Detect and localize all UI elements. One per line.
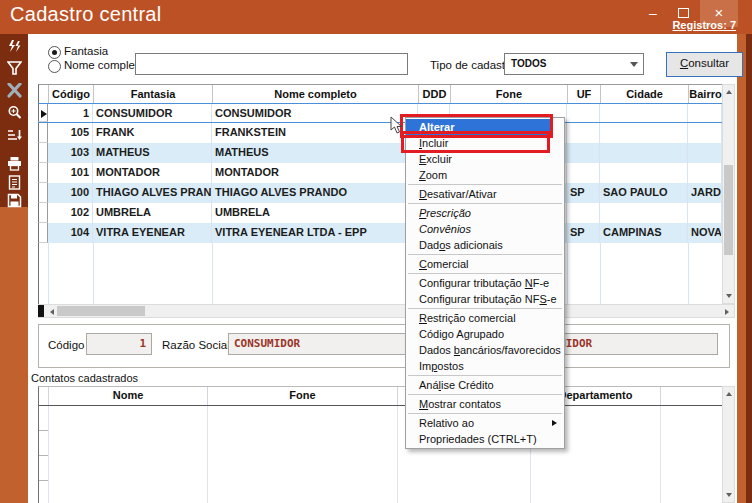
radio-nome-completo-label[interactable]: Nome completo [64, 59, 145, 71]
radio-nome-completo[interactable] [48, 60, 61, 73]
cell-fantasia[interactable]: MATHEUS [93, 143, 212, 163]
table-row[interactable]: 101MONTADORMONTADOR [38, 163, 722, 183]
grid-col-header-uf[interactable]: UF [568, 85, 601, 104]
cell-codigo[interactable]: 101 [48, 163, 93, 183]
cell-uf[interactable] [567, 163, 600, 183]
cell-cidade[interactable] [600, 163, 688, 183]
cell-nome[interactable]: FRANKSTEIN [212, 123, 418, 143]
menu-item-zoom[interactable]: Zoom [406, 167, 564, 183]
cell-uf[interactable] [567, 123, 600, 143]
row-header-cell[interactable] [38, 223, 48, 243]
menu-item-restri-o-comercial[interactable]: Restrição comercial [406, 310, 564, 326]
cell-fantasia[interactable]: VITRA EYENEAR [93, 223, 212, 243]
refresh-icon[interactable] [5, 38, 23, 55]
scroll-right-icon[interactable] [721, 306, 732, 318]
row-header-cell[interactable] [38, 163, 48, 183]
save-icon[interactable] [5, 192, 23, 209]
contacts-col-header-0[interactable] [39, 387, 49, 405]
cell-codigo[interactable]: 102 [48, 203, 93, 223]
cell-nome[interactable]: UMBRELA [212, 203, 418, 223]
row-header-cell[interactable] [38, 183, 48, 203]
menu-item-dados-adicionais[interactable]: Dados adicionais [406, 237, 564, 253]
zoom-icon[interactable] [5, 104, 23, 121]
radio-fantasia[interactable] [48, 46, 61, 59]
cell-codigo[interactable]: 103 [48, 143, 93, 163]
cell-cidade[interactable] [600, 104, 688, 122]
menu-item-comercial[interactable]: Comercial [406, 256, 564, 272]
row-header-cell[interactable] [38, 104, 48, 122]
grid-vertical-scrollbar[interactable] [722, 84, 735, 304]
table-row[interactable]: 100THIAGO ALVES PRANDOTHIAGO ALVES PRAND… [38, 183, 722, 203]
report-icon[interactable] [5, 174, 23, 191]
contacts-col-header-nome[interactable]: Nome [49, 387, 208, 405]
cell-bairro[interactable] [688, 163, 722, 183]
table-row[interactable]: 103MATHEUSMATHEUS [38, 143, 722, 163]
grid-col-header-nome[interactable]: Nome completo [213, 85, 419, 104]
cell-codigo[interactable]: 104 [48, 223, 93, 243]
registros-link[interactable]: Registros: 7 [672, 19, 736, 31]
cell-uf[interactable] [567, 104, 600, 122]
menu-item-c-digo-agrupado[interactable]: Código Agrupado [406, 326, 564, 342]
scroll-down-icon[interactable] [723, 489, 734, 501]
cell-nome[interactable]: THIAGO ALVES PRANDO [212, 183, 418, 203]
cell-bairro[interactable] [688, 203, 722, 223]
search-input[interactable] [135, 53, 408, 75]
cell-cidade[interactable] [600, 123, 688, 143]
cell-uf[interactable] [567, 143, 600, 163]
scroll-up-icon[interactable] [723, 86, 734, 98]
menu-item-configurar-tributa-o-nf-e[interactable]: Configurar tributação NF-e [406, 275, 564, 291]
cell-uf[interactable]: SP [567, 183, 600, 203]
scroll-down-icon[interactable] [723, 290, 734, 302]
consultar-button[interactable]: Consultar [666, 52, 743, 77]
grid-hscroll-thumb[interactable] [57, 306, 145, 316]
cell-codigo[interactable]: 100 [48, 183, 93, 203]
scroll-up-icon[interactable] [723, 388, 734, 400]
cell-uf[interactable]: SP [567, 223, 600, 243]
chevron-down-icon[interactable] [630, 62, 638, 67]
cell-cidade[interactable]: CAMPINAS [600, 223, 688, 243]
menu-item-dados-banc-rios-favorecidos[interactable]: Dados bancários/favorecidos [406, 342, 564, 358]
radio-fantasia-label[interactable]: Fantasia [64, 45, 108, 57]
cell-bairro[interactable] [688, 123, 722, 143]
grid-col-header-fone[interactable]: Fone [451, 85, 568, 104]
clear-icon[interactable] [5, 82, 23, 99]
cell-codigo[interactable]: 1 [48, 104, 93, 122]
table-row[interactable]: 102UMBRELAUMBRELA [38, 203, 722, 223]
cell-fantasia[interactable]: CONSUMIDOR [93, 104, 212, 122]
cell-bairro[interactable] [688, 104, 722, 122]
table-row[interactable]: 1CONSUMIDORCONSUMIDOR [38, 103, 722, 123]
contacts-col-header-5[interactable] [661, 387, 723, 405]
cell-nome[interactable]: MATHEUS [212, 143, 418, 163]
table-row[interactable]: 104VITRA EYENEARVITRA EYENEAR LTDA - EPP… [38, 223, 722, 243]
cell-bairro[interactable] [688, 143, 722, 163]
menu-item-conv-nios[interactable]: Convênios [406, 221, 564, 237]
filter-icon[interactable] [5, 60, 23, 77]
cell-fantasia[interactable]: THIAGO ALVES PRANDO [93, 183, 212, 203]
cell-nome[interactable]: MONTADOR [212, 163, 418, 183]
row-header-cell[interactable] [38, 203, 48, 223]
contacts-col-header-fone[interactable]: Fone [208, 387, 398, 405]
cell-uf[interactable] [567, 203, 600, 223]
menu-item-prescri-o[interactable]: Prescrição [406, 205, 564, 221]
grid-horizontal-scrollbar[interactable] [38, 304, 735, 318]
menu-item-impostos[interactable]: Impostos [406, 358, 564, 374]
sort-icon[interactable] [5, 126, 23, 143]
grid-col-header-codigo[interactable]: Código [49, 85, 94, 104]
grid-col-header-cidade[interactable]: Cidade [601, 85, 689, 104]
menu-item-relativo-ao[interactable]: Relativo ao [406, 415, 564, 431]
cell-codigo[interactable]: 105 [48, 123, 93, 143]
menu-item-mostrar-contatos[interactable]: Mostrar contatos [406, 396, 564, 412]
cell-fantasia[interactable]: MONTADOR [93, 163, 212, 183]
grid-vscroll-thumb[interactable] [724, 165, 733, 255]
grid-col-header-rowhdr[interactable] [39, 85, 49, 104]
cell-nome[interactable]: VITRA EYENEAR LTDA - EPP [212, 223, 418, 243]
minimize-button[interactable]: – [641, 2, 665, 24]
menu-item-an-lise-cr-dito[interactable]: Análise Crédito [406, 377, 564, 393]
cell-cidade[interactable]: SAO PAULO [600, 183, 688, 203]
cell-nome[interactable]: CONSUMIDOR [212, 104, 418, 122]
cell-bairro[interactable]: JARDIM [688, 183, 722, 203]
codigo-field[interactable]: 1 [86, 333, 152, 355]
grid-col-header-bairro[interactable]: Bairro [689, 85, 723, 104]
menu-item-propriedades-ctrl-t-[interactable]: Propriedades (CTRL+T) [406, 431, 564, 447]
grid-col-header-ddd[interactable]: DDD [419, 85, 451, 104]
